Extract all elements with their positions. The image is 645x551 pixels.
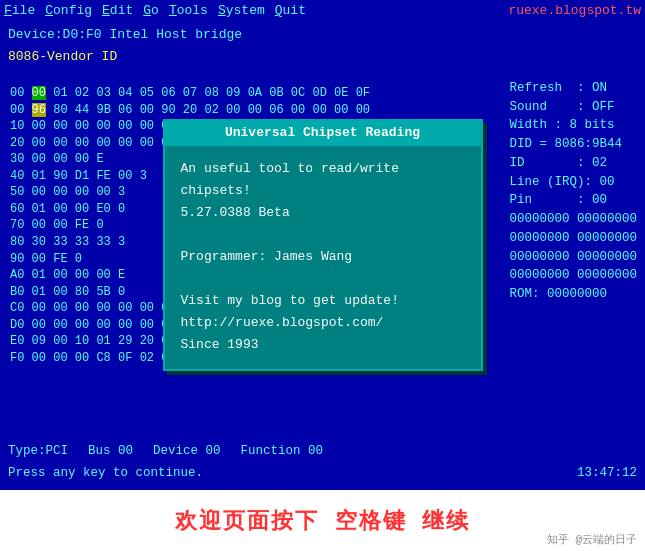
modal-line-2: 5.27.0388 Beta xyxy=(181,202,465,224)
mem1: 00000000 00000000 xyxy=(509,212,637,226)
pressbar: Press any key to continue. 13:47:12 xyxy=(0,463,645,485)
menu-config[interactable]: Config xyxy=(45,2,92,20)
menubar: File Config Edit Go Tools System Quit ru… xyxy=(0,0,645,22)
width-status: Width : 8 bits xyxy=(509,118,614,132)
type-label: Type:PCI xyxy=(8,443,68,461)
clock-time: 13:47:12 xyxy=(577,465,637,483)
press-message: Press any key to continue. xyxy=(8,465,203,483)
device-line: Device:D0:F0 Intel Host bridge xyxy=(8,26,637,44)
id-status: ID : 02 xyxy=(509,156,607,170)
modal-line-4: Visit my blog to get update! xyxy=(181,290,465,312)
pin-status: Pin : 00 xyxy=(509,193,607,207)
mem2: 00000000 00000000 xyxy=(509,231,637,245)
right-panel: Refresh : ON Sound : OFF Width : 8 bits … xyxy=(509,60,637,323)
modal-line-6: Since 1993 xyxy=(181,334,465,356)
line-irq-status: Line (IRQ): 00 xyxy=(509,175,614,189)
menu-system[interactable]: System xyxy=(218,2,265,20)
sound-status: Sound : OFF xyxy=(509,100,614,114)
blog-url: ruexe.blogspot.tw xyxy=(508,2,641,20)
function-label: Function 00 xyxy=(241,443,324,461)
menu-quit[interactable]: Quit xyxy=(275,2,306,20)
modal-body: An useful tool to read/write chipsets! 5… xyxy=(165,146,481,369)
chinese-welcome-text: 欢迎页面按下 空格键 继续 xyxy=(175,506,469,536)
mem3: 00000000 00000000 xyxy=(509,250,637,264)
mem4: 00000000 00000000 xyxy=(509,268,637,282)
rom-line: ROM: 00000000 xyxy=(509,287,607,301)
did-status: DID = 8086:9B44 xyxy=(509,137,622,151)
modal-dialog[interactable]: Universal Chipset Reading An useful tool… xyxy=(163,119,483,370)
menu-edit[interactable]: Edit xyxy=(102,2,133,20)
modal-line-blank1 xyxy=(181,224,465,246)
modal-line-3: Programmer: James Wang xyxy=(181,246,465,268)
bottom-area: 欢迎页面按下 空格键 继续 知乎 @云端的日子 xyxy=(0,490,645,551)
terminal-screen: File Config Edit Go Tools System Quit ru… xyxy=(0,0,645,490)
modal-line-blank2 xyxy=(181,268,465,290)
menu-go[interactable]: Go xyxy=(143,2,159,20)
statusbar: Type:PCI Bus 00 Device 00 Function 00 xyxy=(0,441,645,463)
menu-tools[interactable]: Tools xyxy=(169,2,208,20)
space-key-label: 空格键 xyxy=(335,510,407,535)
menu-file[interactable]: File xyxy=(4,2,35,20)
watermark: 知乎 @云端的日子 xyxy=(547,532,637,547)
bus-label: Bus 00 xyxy=(88,443,133,461)
modal-line-5: http://ruexe.blogspot.com/ xyxy=(181,312,465,334)
modal-line-1: An useful tool to read/write chipsets! xyxy=(181,158,465,202)
modal-title: Universal Chipset Reading xyxy=(165,121,481,145)
device-label: Device 00 xyxy=(153,443,221,461)
refresh-status: Refresh : ON xyxy=(509,81,607,95)
